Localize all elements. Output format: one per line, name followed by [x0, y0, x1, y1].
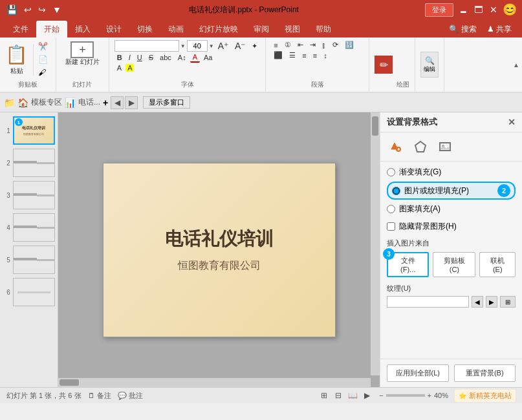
texture-arrow-left[interactable]: ◀ [472, 296, 483, 308]
italic-button[interactable]: I [126, 53, 133, 62]
maximize-icon[interactable]: 🗖 [473, 3, 484, 16]
vertical-scrollbar[interactable] [371, 112, 380, 375]
highlight-button[interactable]: A [125, 64, 134, 72]
hide-bg-option[interactable]: 隐藏背景图形(H) [387, 221, 516, 232]
new-slide-button[interactable]: + 新建 幻灯片 [61, 40, 103, 67]
pattern-fill-option[interactable]: 图案填充(A) [387, 204, 516, 215]
customize-icon[interactable]: ▼ [51, 3, 63, 16]
indent-increase-button[interactable]: ⇥ [307, 40, 318, 50]
slide-preview-4[interactable] [13, 213, 55, 242]
list-button[interactable]: ≡ [271, 41, 280, 50]
slide-thumb-3[interactable]: 3 [3, 181, 55, 209]
zoom-in-button[interactable]: + [428, 392, 431, 399]
slide-preview-5[interactable] [13, 246, 55, 274]
pattern-fill-radio[interactable] [387, 205, 395, 213]
tab-review[interactable]: 审阅 [246, 21, 277, 37]
slideshow-view-button[interactable]: ▶ [361, 390, 373, 401]
slide-preview-1[interactable]: 1 电话礼仪培训 恒图教育有限公司 [13, 116, 55, 145]
slide-thumb-1[interactable]: 1 1 电话礼仪培训 恒图教育有限公司 [3, 116, 55, 145]
slide-preview-3[interactable] [13, 181, 55, 209]
font-color-button[interactable]: A [190, 52, 200, 63]
home-icon[interactable]: 🏠 [17, 98, 28, 108]
file-button[interactable]: 文件(F)... 3 [387, 252, 429, 277]
horizontal-scrollbar[interactable] [58, 378, 371, 387]
online-button[interactable]: 联机(E) [479, 252, 516, 277]
slide-thumb-2[interactable]: 2 [3, 149, 55, 177]
texture-options-button[interactable]: ⊞ [500, 296, 516, 308]
column-button[interactable]: ⫿ [320, 41, 329, 50]
search-icon[interactable]: 🔍 搜索 [444, 21, 481, 37]
line-spacing-button[interactable]: ↕ [321, 51, 330, 60]
smart-art-button[interactable]: 🔢 [342, 40, 356, 50]
slide-thumb-4[interactable]: 4 [3, 213, 55, 242]
texture-bar[interactable] [387, 296, 469, 308]
clipboard-button[interactable]: 剪贴板(C) [433, 252, 475, 277]
undo-icon[interactable]: ↩ [23, 3, 33, 16]
vertical-scroll-thumb[interactable] [372, 116, 378, 136]
char-spacing-button[interactable]: A↕ [175, 53, 189, 62]
font-size-input[interactable]: 40 [187, 40, 208, 52]
normal-view-button[interactable]: ⊞ [318, 390, 330, 401]
slide-thumb-6[interactable]: 6 [3, 278, 55, 306]
grid-view-button[interactable]: ⊟ [332, 390, 344, 401]
justify-button[interactable]: ≡ [310, 51, 320, 60]
align-right-button[interactable]: ≡ [299, 51, 309, 60]
font-family-dropdown[interactable]: ▼ [180, 43, 186, 49]
add-tab-button[interactable]: + [103, 98, 108, 108]
edit-button[interactable]: 🔍 编辑 [420, 52, 439, 78]
strikethrough-button[interactable]: S [146, 53, 156, 62]
hide-bg-checkbox[interactable] [387, 222, 395, 231]
effect-icon-button[interactable] [411, 138, 430, 156]
reading-view-button[interactable]: 📖 [347, 390, 358, 401]
fill-icon-button[interactable] [387, 138, 405, 156]
gradient-fill-option[interactable]: 渐变填充(G) [387, 167, 516, 178]
login-button[interactable]: 登录 [425, 3, 453, 17]
numbered-list-button[interactable]: ① [282, 40, 294, 50]
tab-home[interactable]: 开始 [36, 21, 67, 37]
file-tab-label[interactable]: 电话... [78, 97, 100, 108]
show-windows-button[interactable]: 显示多窗口 [143, 96, 190, 109]
indent-decrease-button[interactable]: ⇤ [295, 40, 306, 50]
format-painter-button[interactable]: 🖌 [36, 67, 50, 78]
text-direction-button[interactable]: ⟳ [330, 40, 341, 50]
font-family-input[interactable] [114, 40, 179, 52]
minimize-icon[interactable]: 🗕 [457, 3, 469, 16]
align-left-button[interactable]: ⬛ [271, 50, 285, 60]
apply-all-button[interactable]: 应用到全部(L) [387, 364, 449, 382]
notes-button[interactable]: 🗒 备注 [88, 391, 111, 401]
zoom-out-button[interactable]: − [379, 392, 383, 399]
save-icon[interactable]: 💾 [5, 3, 19, 16]
cut-button[interactable]: ✂️ [36, 41, 50, 52]
align-center-button[interactable]: ☰ [287, 50, 298, 60]
tab-animations[interactable]: 动画 [160, 21, 191, 37]
font-size-dropdown[interactable]: ▼ [209, 43, 214, 49]
tab-design[interactable]: 设计 [98, 21, 129, 37]
nav-back-button[interactable]: ◀ [111, 96, 124, 109]
redo-icon[interactable]: ↪ [37, 3, 47, 16]
texture-arrow-right[interactable]: ▶ [486, 296, 497, 308]
folder-icon[interactable]: 📁 [4, 98, 15, 108]
paste-button[interactable]: 📋 粘贴 [5, 44, 34, 76]
draw-button[interactable]: ✏ [375, 56, 393, 74]
text-shadow-button[interactable]: abc [157, 53, 174, 62]
ribbon-collapse-button[interactable]: ▲ [513, 61, 519, 68]
tab-slideshow[interactable]: 幻灯片放映 [191, 21, 246, 37]
gradient-fill-radio[interactable] [387, 168, 395, 176]
ppt-file-icon[interactable]: 📊 [65, 98, 76, 108]
reset-button[interactable]: 重置背景(B) [454, 364, 516, 382]
increase-font-button[interactable]: A⁺ [215, 40, 231, 52]
tab-help[interactable]: 帮助 [308, 21, 339, 37]
comments-button[interactable]: 💬 批注 [118, 391, 143, 401]
zoom-slider[interactable] [386, 394, 425, 397]
bold-button[interactable]: B [114, 53, 125, 62]
slide-preview-6[interactable] [13, 278, 55, 306]
tab-insert[interactable]: 插入 [67, 21, 98, 37]
copy-button[interactable]: 📄 [36, 54, 50, 65]
share-button[interactable]: ♟ 共享 [482, 21, 517, 37]
font-color2-button[interactable]: A [114, 63, 124, 72]
slide-preview-2[interactable] [13, 149, 55, 177]
panel-close-button[interactable]: ✕ [508, 117, 516, 127]
horizontal-scroll-thumb[interactable] [60, 379, 79, 386]
tab-transitions[interactable]: 切换 [129, 21, 160, 37]
decrease-font-button[interactable]: A⁻ [232, 40, 248, 52]
